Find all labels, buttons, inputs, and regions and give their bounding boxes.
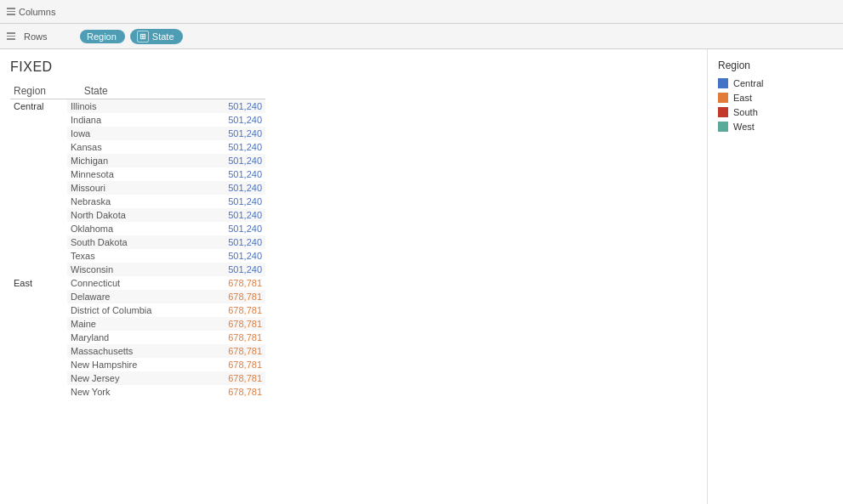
table-row: Iowa501,240: [10, 127, 265, 140]
legend-item-label: South: [733, 107, 758, 117]
state-pill-icon: ⊞: [137, 31, 149, 42]
cell-region: [10, 317, 67, 331]
cell-state: Kansas: [67, 140, 202, 154]
legend-item: West: [718, 122, 833, 132]
cell-region: [10, 208, 67, 222]
cell-state: Maine: [67, 317, 202, 331]
cell-state: Michigan: [67, 154, 202, 167]
cell-value: 501,240: [202, 167, 265, 181]
cell-region: Central: [10, 99, 67, 113]
table-row: EastConnecticut678,781: [10, 276, 265, 290]
cell-value: 678,781: [202, 303, 265, 317]
cell-value: 678,781: [202, 344, 265, 358]
legend-item: Central: [718, 78, 833, 88]
cell-state: North Dakota: [67, 208, 202, 222]
table-row: Indiana501,240: [10, 113, 265, 127]
table-row: Delaware678,781: [10, 290, 265, 303]
col-header-state: State: [81, 83, 204, 99]
cell-region: [10, 385, 67, 399]
cell-region: [10, 167, 67, 181]
cell-region: East: [10, 276, 67, 290]
cell-region: [10, 113, 67, 127]
columns-label: Columns: [19, 7, 55, 17]
cell-value: 501,240: [202, 99, 265, 113]
cell-state: New Jersey: [67, 371, 202, 385]
legend-item: South: [718, 107, 833, 117]
cell-region: [10, 181, 67, 195]
cell-region: [10, 371, 67, 385]
cell-value: 678,781: [202, 331, 265, 344]
cell-value: 678,781: [202, 290, 265, 303]
cell-region: [10, 249, 67, 263]
cell-state: Minnesota: [67, 167, 202, 181]
table-row: Wisconsin501,240: [10, 263, 265, 276]
table-row: North Dakota501,240: [10, 208, 265, 222]
cell-region: [10, 331, 67, 344]
cell-value: 501,240: [202, 181, 265, 195]
cell-region: [10, 290, 67, 303]
cell-region: [10, 235, 67, 249]
legend-color-swatch: [718, 122, 728, 132]
cell-value: 678,781: [202, 358, 265, 371]
legend-color-swatch: [718, 93, 728, 103]
legend-item: East: [718, 93, 833, 103]
data-table: CentralIllinois501,240Indiana501,240Iowa…: [10, 99, 265, 399]
cell-region: [10, 263, 67, 276]
content-area: FIXED Region State CentralIllinois501,24…: [0, 49, 843, 504]
cell-region: [10, 127, 67, 140]
table-row: Nebraska501,240: [10, 195, 265, 208]
table-row: South Dakota501,240: [10, 235, 265, 249]
header-table: Region State: [10, 83, 265, 99]
legend-title: Region: [718, 59, 833, 71]
cell-region: [10, 195, 67, 208]
table-scroll-area[interactable]: CentralIllinois501,240Indiana501,240Iowa…: [10, 99, 265, 490]
cell-value: 678,781: [202, 276, 265, 290]
legend-item-label: East: [733, 93, 752, 103]
cell-region: [10, 140, 67, 154]
cell-value: 501,240: [202, 195, 265, 208]
cell-state: Nebraska: [67, 195, 202, 208]
state-pill[interactable]: ⊞ State: [130, 29, 183, 44]
cell-state: District of Columbia: [67, 303, 202, 317]
table-row: Minnesota501,240: [10, 167, 265, 181]
columns-bar: Columns: [0, 0, 843, 24]
cell-value: 678,781: [202, 371, 265, 385]
region-pill[interactable]: Region: [80, 30, 125, 43]
cell-value: 501,240: [202, 208, 265, 222]
table-row: New Hampshire678,781: [10, 358, 265, 371]
legend-panel: Region CentralEastSouthWest: [707, 49, 843, 504]
cell-region: [10, 222, 67, 235]
cell-state: South Dakota: [67, 235, 202, 249]
table-row: New Jersey678,781: [10, 371, 265, 385]
cell-state: Oklahoma: [67, 222, 202, 235]
state-pill-label: State: [152, 31, 174, 42]
table-row: Texas501,240: [10, 249, 265, 263]
cell-region: [10, 358, 67, 371]
cell-region: [10, 344, 67, 358]
table-container: Region State CentralIllinois501,240India…: [10, 83, 707, 504]
cell-value: 501,240: [202, 222, 265, 235]
cell-state: Iowa: [67, 127, 202, 140]
cell-value: 501,240: [202, 127, 265, 140]
legend-items: CentralEastSouthWest: [718, 78, 833, 132]
cell-state: New Hampshire: [67, 358, 202, 371]
cell-state: Connecticut: [67, 276, 202, 290]
cell-state: Wisconsin: [67, 263, 202, 276]
fixed-label: FIXED: [10, 59, 707, 75]
cell-state: Missouri: [67, 181, 202, 195]
table-row: CentralIllinois501,240: [10, 99, 265, 113]
cell-state: Illinois: [67, 99, 202, 113]
rows-drag-icon: [7, 32, 15, 40]
cell-value: 501,240: [202, 154, 265, 167]
col-header-value: [204, 83, 265, 99]
cell-region: [10, 154, 67, 167]
cell-state: Texas: [67, 249, 202, 263]
cell-value: 501,240: [202, 113, 265, 127]
table-row: Missouri501,240: [10, 181, 265, 195]
cell-value: 678,781: [202, 317, 265, 331]
table-row: District of Columbia678,781: [10, 303, 265, 317]
table-row: Massachusetts678,781: [10, 344, 265, 358]
legend-item-label: West: [733, 122, 755, 132]
legend-item-label: Central: [733, 78, 763, 88]
cell-region: [10, 303, 67, 317]
